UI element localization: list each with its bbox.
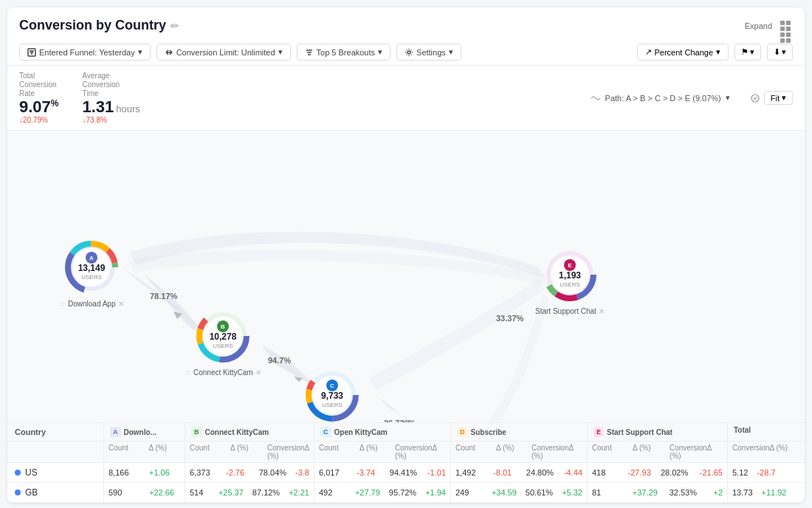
svg-text:10,278: 10,278: [209, 332, 236, 342]
us-b-cd: -3.8: [291, 464, 314, 481]
svg-text:1,193: 1,193: [559, 270, 581, 281]
sub-th-total-conv: ConversionΔ (%): [728, 442, 805, 462]
svg-text:33.37%: 33.37%: [496, 314, 524, 323]
star-icon-a[interactable]: ☆: [59, 300, 66, 308]
svg-text:36.73%: 36.73%: [384, 419, 412, 422]
th-group-a: A Downlo...: [103, 423, 185, 441]
gb-d-conv: 50.61%: [521, 484, 557, 501]
avg-time-value: 1.31hours: [83, 98, 140, 116]
sub-header: Count Δ (%) Count Δ (%) ConversionΔ (%) …: [7, 442, 805, 463]
total-conversion-metric: Total Conversion Rate 9.07% ↓20.79%: [19, 72, 59, 124]
cell-us-country: US: [7, 463, 103, 482]
gb-country-label: GB: [25, 487, 38, 498]
sub-th-e-delta: Δ (%): [628, 442, 665, 462]
us-c-count: 6,017: [314, 464, 352, 481]
sub-th-d: Count Δ (%) ConversionΔ (%): [450, 442, 587, 462]
conversion-limit-button[interactable]: Conversion Limit: Unlimited ▾: [156, 44, 291, 61]
cell-us-e: 418 -27.93 28.02% -21.65: [587, 463, 727, 482]
us-total-conv: 5.12: [728, 464, 752, 481]
th-d-text: Subscribe: [471, 428, 506, 436]
th-country: Country: [7, 423, 103, 441]
flag-chevron-icon: ▾: [750, 47, 754, 57]
gb-a-count: 590: [104, 484, 145, 501]
node-a-label: ☆ Download App ✕: [59, 300, 124, 308]
us-total-cd: -28.7: [752, 464, 780, 481]
svg-text:USERS: USERS: [560, 281, 580, 288]
node-b-text: Connect KittyCam: [193, 368, 253, 377]
edit-icon[interactable]: ✏: [171, 20, 179, 32]
us-d-count: 1,492: [451, 464, 489, 481]
gb-c-delta: +27.79: [351, 484, 385, 501]
node-b: B 10,278 USERS ☆ Connect KittyCam ✕: [185, 306, 261, 377]
page-title: Conversion by Country: [19, 18, 166, 33]
download-icon: ⬇: [774, 47, 780, 57]
conversion-limit-label: Conversion Limit: Unlimited: [176, 48, 275, 57]
sub-th-b-conv: ConversionΔ (%): [263, 442, 314, 462]
us-dot: [15, 470, 21, 476]
download-chevron-icon: ▾: [782, 47, 786, 57]
th-b-text: Connect KittyCam: [205, 428, 269, 436]
node-a: A A 13,149 USERS ☆ Download App ✕: [59, 238, 124, 308]
us-country-label: US: [25, 467, 38, 478]
sub-th-country: [7, 442, 103, 462]
cell-us-d: 1,492 -8.01 24.80% -4.44: [450, 463, 587, 482]
svg-text:USERS: USERS: [81, 274, 102, 281]
close-icon-b[interactable]: ✕: [255, 368, 261, 377]
percent-change-button[interactable]: ↗ Percent Change ▾: [637, 44, 729, 61]
th-e-text: Start Support Chat: [607, 428, 672, 436]
toolbar: Entered Funnel: Yesterday ▾ Conversion L…: [7, 39, 805, 66]
svg-text:B: B: [221, 323, 225, 330]
settings-chevron-icon: ▾: [449, 47, 453, 57]
sub-th-d-conv: ConversionΔ (%): [527, 442, 587, 462]
funnel-filter-button[interactable]: Entered Funnel: Yesterday ▾: [19, 44, 151, 61]
flag-button[interactable]: ⚑ ▾: [734, 44, 761, 61]
sub-th-d-delta: Δ (%): [492, 442, 527, 462]
donut-c: C 9,733 USERS: [303, 365, 362, 422]
fit-chevron-icon: ▾: [782, 93, 786, 103]
path-chevron-icon: ▾: [726, 93, 730, 103]
node-e-label: Start Support Chat ✕: [535, 307, 605, 315]
cell-gb-country: GB: [7, 483, 103, 502]
cell-gb-c: 492 +27.79 95.72% +1.94: [314, 483, 450, 502]
th-total: Total: [727, 423, 805, 441]
node-a-text: Download App: [68, 300, 116, 308]
sub-th-a-count: Count: [104, 442, 145, 462]
table-row-us: US 8,166 +1.06 6,373 -2.76 78.04% -3.8 6…: [7, 463, 805, 483]
gb-total-cd: +11.92: [757, 484, 791, 501]
breakouts-label: Top 5 Breakouts: [317, 48, 376, 57]
us-e-delta: -27.93: [624, 464, 656, 481]
gb-d-delta: +34.59: [487, 484, 521, 501]
fit-button[interactable]: Fit ▾: [764, 91, 793, 105]
sub-th-a-delta: Δ (%): [145, 442, 185, 462]
avg-time-metric: Average Conversion Time 1.31hours ↓73.8%: [83, 72, 140, 124]
us-c-cd: -1.01: [423, 464, 450, 481]
node-c: C 9,733 USERS ☆ Open KittyCam ✕: [299, 365, 366, 422]
th-a-text: Downlo...: [124, 428, 156, 436]
percent-change-label: Percent Change: [655, 48, 714, 57]
grid-icon[interactable]: [778, 18, 793, 33]
close-icon-e[interactable]: ✕: [599, 307, 605, 315]
us-b-delta: -2.76: [221, 464, 255, 481]
expand-button[interactable]: Expand: [745, 21, 772, 30]
us-d-delta: -8.01: [489, 464, 522, 481]
breakouts-button[interactable]: Top 5 Breakouts ▾: [297, 44, 391, 61]
sub-th-c-delta: Δ (%): [355, 442, 390, 462]
settings-label: Settings: [416, 48, 446, 57]
download-button[interactable]: ⬇ ▾: [767, 44, 793, 61]
gb-b-delta: +25.37: [214, 484, 248, 501]
avg-time-change: ↓73.8%: [83, 116, 140, 124]
gb-b-count: 514: [185, 484, 214, 501]
table-scroll[interactable]: Country A Downlo... B Connect KittyCam C: [7, 423, 805, 503]
close-icon-a[interactable]: ✕: [118, 300, 124, 308]
star-icon-b[interactable]: ☆: [185, 368, 191, 377]
node-b-label: ☆ Connect KittyCam ✕: [185, 368, 261, 377]
donut-b: B 10,278 USERS: [193, 306, 252, 365]
settings-button[interactable]: Settings ▾: [396, 44, 461, 61]
path-label: Path: A > B > C > D > E (9.07%): [605, 94, 721, 103]
svg-text:94.7%: 94.7%: [268, 356, 291, 365]
cell-us-total: 5.12 -28.7: [727, 463, 805, 482]
cell-us-b: 6,373 -2.76 78.04% -3.8: [185, 463, 314, 482]
cell-gb-b: 514 +25.37 87.12% +2.21: [185, 483, 314, 502]
svg-text:13,149: 13,149: [78, 263, 105, 273]
gb-b-conv: 87.12%: [248, 484, 284, 501]
